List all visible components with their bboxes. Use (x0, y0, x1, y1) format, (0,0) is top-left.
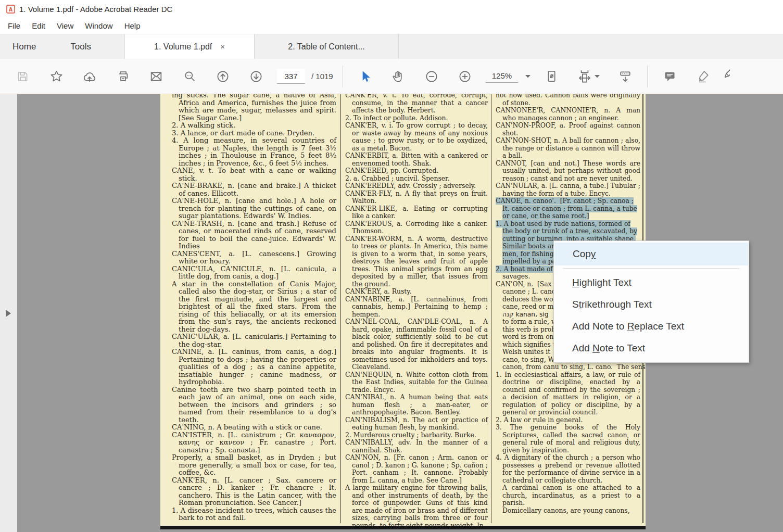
hand-tool-button[interactable] (387, 65, 410, 88)
dict-paragraph: Properly, a small basket, as in Dryden ;… (172, 454, 336, 477)
fullscreen-button[interactable] (540, 65, 563, 88)
menu-view[interactable]: View (51, 21, 79, 30)
zoom-in-button[interactable] (453, 65, 476, 88)
scrolling-mode-button[interactable] (614, 65, 637, 88)
dict-text: to form a rule, w (502, 318, 557, 325)
comment-button[interactable] (658, 65, 681, 88)
zoom-out-icon (424, 69, 439, 84)
dict-text: canone ; L. canon (502, 288, 560, 295)
fill-sign-button-partial[interactable] (723, 65, 730, 88)
dict-text: savages. (502, 273, 530, 280)
menu-edit[interactable]: Edit (26, 21, 51, 30)
dict-paragraph: CANOE, n. canoo'. [Fr. canot ; Sp. canoa… (496, 197, 640, 220)
dict-paragraph: CANINE, a. [L. caninus, from canis, a do… (172, 348, 336, 386)
dict-text: CANK'ERBIT, a. Bitten with a cankered or… (345, 151, 488, 167)
zoom-dropdown-caret-icon[interactable] (525, 75, 531, 78)
zoom-out-button[interactable] (420, 65, 443, 88)
dict-text: not now used. Cannon balls were original… (496, 94, 640, 107)
page-number-input[interactable] (277, 69, 305, 84)
menu-bar: FileEditViewWindowHelp (0, 18, 783, 34)
dict-paragraph: CANIC'ULAR, a. [L. canicularis.] Pertain… (172, 333, 336, 348)
dict-paragraph: CANK'ER-LIKE, a. Eating or corrupting li… (345, 205, 488, 220)
print-icon (116, 69, 130, 83)
fit-width-icon (577, 69, 592, 84)
text-selection[interactable]: It. canoe or canon ; from L. canna, a tu… (502, 205, 637, 212)
dict-text: CA'NING, n. A beating with a stick or ca… (172, 423, 322, 431)
expand-panel-button[interactable] (3, 307, 14, 320)
text-selection[interactable]: the body or trunk of a tree, excavated, … (502, 227, 637, 235)
text-selection[interactable]: impelled by a pad (502, 258, 560, 265)
dict-text: CANINE, a. [L. caninus, from canis, a do… (172, 348, 336, 386)
expand-arrow-icon (5, 309, 11, 318)
text-selection[interactable]: men, for fishing (502, 250, 554, 258)
context-menu-item-add-note-to-text[interactable]: Add Note to Text (554, 337, 749, 359)
page-number-group: / 1019 (277, 69, 333, 84)
dict-paragraph: CA'NE-BRAKE, n. [cane and brake.] A thic… (172, 182, 336, 197)
toolbar-separator (343, 66, 343, 87)
star-button[interactable] (45, 65, 68, 88)
text-selection[interactable]: 1. A boat used by rude nations, formed o… (496, 220, 630, 227)
dict-paragraph: CAN'NEQUIN, n. White cotton cloth from t… (345, 371, 488, 394)
tab-tools[interactable]: Tools (58, 34, 104, 59)
dict-paragraph: 4. A long measure, in several countries … (172, 137, 336, 167)
context-menu-label: Add Note to Text (572, 343, 645, 354)
tab-label: 1. Volume 1.pdf (154, 42, 212, 52)
dict-text: CANK'ERED, pp. Corrupted. (345, 167, 438, 174)
previous-page-button[interactable] (211, 65, 234, 88)
fit-width-button[interactable] (573, 65, 603, 88)
email-button[interactable] (145, 65, 168, 88)
dict-paragraph: CAN'NABINE, a. [L. cannabinus, from cann… (345, 296, 488, 319)
dict-paragraph: CANK'ER, v. i. To grow corrupt ; to deca… (345, 122, 488, 152)
context-menu-label: Copy (573, 248, 596, 260)
context-menu-item-add-note-to-replace-text[interactable]: Add Note to Replace Text (554, 315, 749, 337)
dict-paragraph: 4. A dignitary of the church ; a person … (496, 454, 640, 484)
print-button[interactable] (111, 65, 134, 88)
dict-paragraph: CA'NE-TRASH, n. [cane and trash.] Refuse… (172, 220, 336, 250)
dict-paragraph: CAN'NIBALLY, adv. In the manner of a can… (345, 439, 488, 454)
title-bar: A 1. Volume 1.pdf - Adobe Acrobat Reader… (0, 0, 783, 18)
highlight-text-button[interactable] (691, 65, 714, 88)
context-menu-item-copy[interactable]: Copy (554, 243, 748, 265)
search-button[interactable] (178, 65, 201, 88)
dict-paragraph: 3. The genuine books of the Holy Scriptu… (496, 424, 640, 454)
dict-text: CANIC'ULAR, a. [L. canicularis.] Pertain… (172, 333, 336, 348)
dict-text: A cardinal canon is one attached to a ch… (502, 484, 640, 506)
text-selection[interactable]: Similar boats are (502, 243, 558, 250)
dict-text: 2. Murderous cruelty ; barbarity. Burke. (345, 431, 476, 439)
selection-tool-button[interactable] (353, 65, 376, 88)
dict-paragraph: CANE, v. t. To beat with a cane or walki… (172, 167, 336, 182)
context-menu-item-strikethrough-text[interactable]: Strikethrough Text (554, 294, 749, 315)
save-button[interactable] (11, 65, 34, 88)
cloud-upload-button[interactable] (78, 65, 101, 88)
dict-paragraph: CANNONEE'R, CANNONIE'R, n. A man who man… (496, 107, 640, 122)
fit-width-caret-icon (595, 75, 600, 78)
text-selection[interactable]: or cane, or the same root.] (502, 212, 589, 220)
next-page-button[interactable] (245, 65, 268, 88)
tab-document-toc[interactable]: 2. Table of Content... (254, 34, 399, 59)
dict-text: 2. To infect or pollute. Addison. (345, 114, 448, 122)
dict-paragraph: CANNOT, [can and not.] These words are u… (496, 160, 640, 183)
tab-home[interactable]: Home (0, 34, 48, 59)
text-selection[interactable]: 2. A boat made of (496, 265, 553, 273)
dict-text: CAN'NON-PROOF, a. Proof against cannon s… (496, 122, 640, 137)
dict-paragraph: CANK'ER, v. t. To eat, corrode, corrupt,… (345, 94, 488, 115)
page-up-icon (216, 69, 230, 84)
menu-window[interactable]: Window (79, 21, 118, 30)
menu-file[interactable]: File (2, 21, 26, 30)
dict-paragraph: CA'NING, n. A beating with a stick or ca… (172, 424, 336, 432)
zoom-level-value[interactable]: 125% (486, 70, 518, 83)
tab-bar: Home Tools 1. Volume 1.pdf × 2. Table of… (0, 34, 783, 59)
search-icon (183, 69, 197, 83)
text-selection[interactable]: CANOE, n. canoo'. [Fr. canot ; Sp. canoa… (496, 197, 634, 205)
context-menu-item-highlight-text[interactable]: Highlight Text (554, 272, 749, 294)
dict-text: CANNOT, [can and not.] These words are u… (496, 160, 640, 182)
tab-document-volume1[interactable]: 1. Volume 1.pdf × (124, 34, 254, 59)
dict-text: CANNONEE'R, CANNONIE'R, n. A man who man… (496, 107, 640, 122)
page-total-label: / 1019 (311, 72, 333, 81)
dict-text: CAN'NABINE, a. [L. cannabinus, from cann… (345, 295, 488, 318)
menu-help[interactable]: Help (119, 21, 146, 30)
email-icon (149, 69, 163, 84)
dict-text: CAN'NIBALLY, adv. In the manner of a can… (345, 438, 488, 454)
dict-paragraph: CANES'CENT, a. [L. canescens.] Growing w… (172, 250, 336, 265)
close-tab-icon[interactable]: × (220, 43, 225, 50)
